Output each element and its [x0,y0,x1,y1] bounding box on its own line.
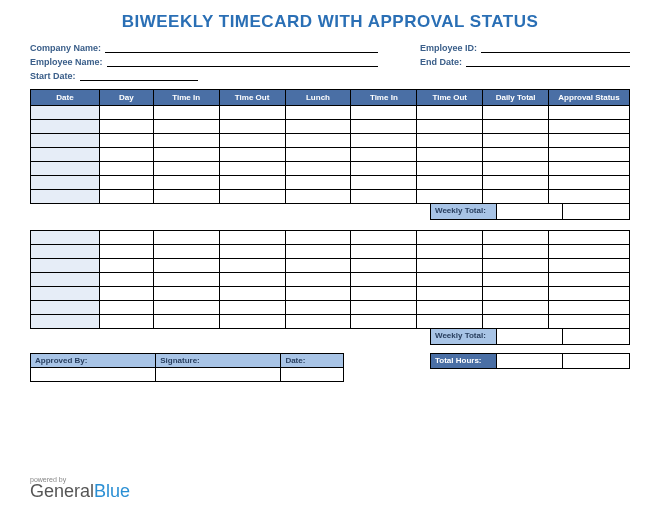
signature-label: Signature: [156,354,281,368]
approval-table: Approved By: Signature: Date: [30,353,344,382]
col-time-out2: Time Out [417,90,483,106]
employee-name-label: Employee Name: [30,57,107,67]
approved-by-label: Approved By: [31,354,156,368]
col-time-in2: Time In [351,90,417,106]
info-row-2: Employee Name: End Date: [30,56,630,67]
end-date-field[interactable] [466,56,630,67]
employee-id-label: Employee ID: [420,43,481,53]
col-time-out: Time Out [219,90,285,106]
total-hours-value-a[interactable] [497,353,564,369]
approval-date-field[interactable] [281,368,344,382]
col-lunch: Lunch [285,90,351,106]
col-time-in: Time In [153,90,219,106]
col-approval-status: Approval Status [549,90,630,106]
weekly-total-value-1a[interactable] [497,204,564,220]
table-row [31,120,630,134]
employee-name-field[interactable] [107,56,378,67]
weekly-total-value-2a[interactable] [497,329,564,345]
weekly-total-label-1: Weekly Total: [430,204,497,220]
col-date: Date [31,90,100,106]
table-row [31,176,630,190]
weekly-total-row-2: Weekly Total: [30,329,630,345]
total-hours-label: Total Hours: [430,353,497,369]
timecard-week1: Date Day Time In Time Out Lunch Time In … [30,89,630,204]
table-row [31,148,630,162]
employee-id-field[interactable] [481,42,630,53]
page-title: BIWEEKLY TIMECARD WITH APPROVAL STATUS [30,12,630,32]
table-row [31,231,630,245]
total-hours-value-b[interactable] [563,353,630,369]
company-name-field[interactable] [105,42,378,53]
timecard-week2 [30,230,630,329]
approval-date-label: Date: [281,354,344,368]
brand-logo: GeneralBlue [30,481,130,502]
info-row-1: Company Name: Employee ID: [30,42,630,53]
table-row [31,106,630,120]
table-row [31,301,630,315]
table-row [31,134,630,148]
table-row [31,315,630,329]
signature-field[interactable] [156,368,281,382]
table-row [31,190,630,204]
end-date-label: End Date: [420,57,466,67]
weekly-total-value-2b[interactable] [563,329,630,345]
table-row [31,273,630,287]
start-date-label: Start Date: [30,71,80,81]
table-row [31,245,630,259]
col-daily-total: Daily Total [483,90,549,106]
approved-by-field[interactable] [31,368,156,382]
weekly-total-value-1b[interactable] [563,204,630,220]
info-row-3: Start Date: [30,70,630,81]
table-row [31,259,630,273]
total-hours-box: Total Hours: [430,353,630,369]
table-row [31,287,630,301]
table-row [31,162,630,176]
weekly-total-label-2: Weekly Total: [430,329,497,345]
weekly-total-row-1: Weekly Total: [30,204,630,220]
company-name-label: Company Name: [30,43,105,53]
start-date-field[interactable] [80,70,198,81]
col-day: Day [99,90,153,106]
footer: powered by GeneralBlue [30,476,130,502]
